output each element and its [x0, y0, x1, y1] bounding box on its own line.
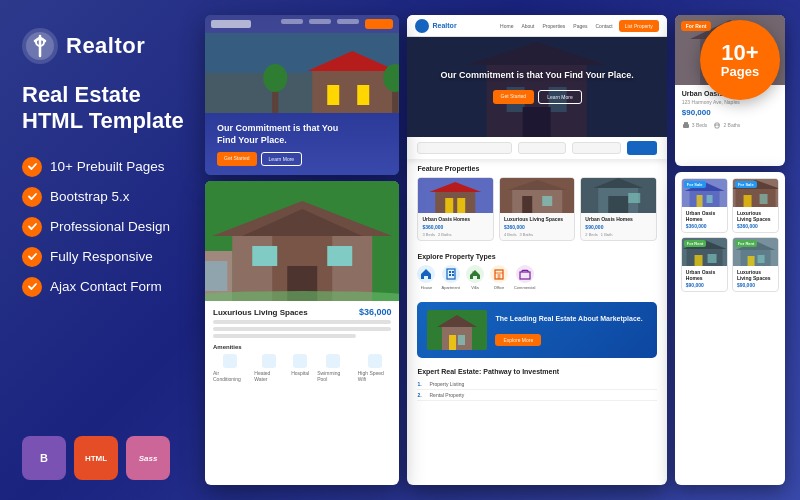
- mm-nav-home[interactable]: Home: [500, 23, 513, 29]
- tech-badges: B HTML Sass: [22, 426, 190, 480]
- pcl-amenity-wifi-icon: [368, 354, 382, 368]
- pcl-amenities: Air Conditioning Heated Water Hospital S…: [213, 354, 391, 382]
- mg-item-2-body: Luxurious Living Spaces $360,000: [733, 207, 778, 232]
- svg-rect-74: [686, 247, 722, 266]
- mg-item-3: For Rent Urban Oasis Homes $90,000: [681, 237, 728, 292]
- svg-rect-67: [696, 195, 702, 207]
- mm-card-3-body: Urban Oasis Homes $90,000 2 Beds 1 Bath: [581, 213, 655, 240]
- property-card-large: Luxurious Living Spaces $36,000 Amenitie…: [205, 181, 399, 485]
- ts-hero: Our Commitment is that You Find Your Pla…: [205, 113, 399, 175]
- feature-bootstrap: Bootstrap 5.x: [22, 187, 190, 207]
- ts-hero-primary-btn: Get Started: [217, 152, 257, 166]
- mm-card-2-title: Luxurious Living Spaces: [504, 216, 570, 222]
- ts-nav-btn: [365, 19, 393, 29]
- mm-card-1-beds: 3 Beds: [422, 232, 434, 237]
- mm-type-apartment-icon: [442, 265, 460, 283]
- mm-nav-contact[interactable]: Contact: [595, 23, 612, 29]
- mm-card-3-price: $90,000: [585, 224, 651, 230]
- svg-rect-71: [743, 195, 751, 207]
- pcl-amenities-label: Amenities: [213, 344, 391, 350]
- svg-rect-39: [609, 196, 629, 213]
- ts-nav-link: [281, 19, 303, 24]
- mg-item-1-badge: For Sale: [684, 181, 706, 188]
- svg-rect-36: [542, 196, 552, 206]
- svg-rect-54: [458, 335, 465, 345]
- mg-item-2-title: Luxurious Living Spaces: [737, 210, 774, 222]
- mm-property-types: Explore Property Types House Apartment: [407, 247, 666, 296]
- ts-nav-link-2: [309, 19, 331, 24]
- pcl-amenity-estate-label: Heated Water: [254, 370, 283, 382]
- mm-card-3-title: Urban Oasis Homes: [585, 216, 651, 222]
- mg-item-4-img: For Rent: [733, 238, 778, 266]
- mm-hero-primary-btn[interactable]: Get Started: [493, 90, 535, 104]
- mg-item-4-body: Luxurious Living Spaces $90,000: [733, 266, 778, 291]
- ts-hero-secondary-btn: Learn More: [261, 152, 303, 166]
- mm-card-1-body: Urban Oasis Homes $360,000 3 Beds 2 Bath…: [418, 213, 492, 240]
- svg-point-10: [263, 64, 287, 92]
- ts-nav-links: [281, 19, 393, 29]
- badge-bootstrap: B: [22, 436, 66, 480]
- mm-cta-btn[interactable]: Explore More: [495, 334, 541, 346]
- mm-cta-text: The Leading Real Estate About Marketplac…: [495, 314, 646, 345]
- svg-rect-8: [357, 85, 369, 105]
- mm-type-office-label: Office: [494, 285, 504, 290]
- mg-item-2-badge: For Sale: [735, 181, 757, 188]
- svg-rect-42: [449, 271, 451, 273]
- svg-rect-40: [629, 193, 641, 203]
- ts-hero-btns: Get Started Learn More: [217, 152, 387, 166]
- mg-item-3-price: $90,000: [686, 282, 723, 288]
- pcl-amenity-wifi: High Speed Wifi: [358, 354, 392, 382]
- mm-search-field-2: [518, 142, 566, 154]
- svg-rect-6: [312, 68, 392, 113]
- mm-type-office-icon: [490, 265, 508, 283]
- mg-item-3-img: For Rent: [682, 238, 727, 266]
- mg-item-4-title: Luxurious Living Spaces: [737, 269, 774, 281]
- mm-logo-icon: [415, 19, 429, 33]
- mm-invest-title: Expert Real Estate: Pathway to Investmen…: [417, 368, 656, 375]
- mm-type-office: Office: [490, 265, 508, 290]
- mm-nav-about[interactable]: About: [521, 23, 534, 29]
- mm-invest-item-1: 1. Property Listing: [417, 379, 656, 390]
- pcl-amenity-estate-icon: [262, 354, 276, 368]
- svg-point-22: [205, 291, 399, 301]
- mm-search: [407, 137, 666, 159]
- mm-nav-pages[interactable]: Pages: [573, 23, 587, 29]
- svg-rect-46: [472, 271, 474, 274]
- feature-ajax-form: Ajax Contact Form: [22, 277, 190, 297]
- mm-hero-title: Our Commitment is that You Find Your Pla…: [440, 70, 633, 82]
- svg-rect-17: [252, 246, 277, 266]
- mm-search-field-3: [572, 142, 620, 154]
- mm-nav-cta[interactable]: List Property: [619, 20, 659, 32]
- mg-item-4: For Rent Luxurious Living Spaces $90,000: [732, 237, 779, 292]
- check-icon-responsive: [22, 247, 42, 267]
- mm-invest-section: Expert Real Estate: Pathway to Investmen…: [407, 364, 666, 405]
- mm-card-1-title: Urban Oasis Homes: [422, 216, 488, 222]
- pcl-amenity-pool: Swimming Pool: [317, 354, 349, 382]
- mm-hero: Our Commitment is that You Find Your Pla…: [407, 37, 666, 137]
- mm-nav-properties[interactable]: Properties: [543, 23, 566, 29]
- pcl-amenity-ac-label: Air Conditioning: [213, 370, 246, 382]
- mm-card-2-baths: 3 Baths: [519, 232, 533, 237]
- feature-fully-responsive: Fully Responsive: [22, 247, 190, 267]
- mg-item-1-price: $360,000: [686, 223, 723, 229]
- mm-type-apartment-label: Apartment: [441, 285, 459, 290]
- pcl-amenity-hospital-icon: [293, 354, 307, 368]
- svg-rect-50: [520, 272, 530, 279]
- mm-nav-logo: Realtor: [415, 19, 456, 33]
- mm-search-field-1: [417, 142, 512, 154]
- svg-rect-7: [327, 85, 339, 105]
- svg-rect-35: [522, 196, 532, 213]
- mm-card-3-img: [581, 178, 655, 213]
- mm-search-btn[interactable]: [627, 141, 657, 155]
- mg-item-1-body: Urban Oasis Homes $360,000: [682, 207, 727, 232]
- svg-rect-30: [436, 190, 476, 213]
- mm-card-2-meta: 4 Beds 3 Baths: [504, 232, 570, 237]
- mobile-meta-beds: 3 Beds: [682, 121, 708, 129]
- mm-type-house: House: [417, 265, 435, 290]
- mm-hero-secondary-btn[interactable]: Learn More: [538, 90, 582, 104]
- mm-hero-content: Our Commitment is that You Find Your Pla…: [407, 37, 666, 137]
- mm-feature-properties-title: Feature Properties: [417, 165, 656, 172]
- mm-invest-label-1: Property Listing: [429, 381, 464, 387]
- desktop-mockup: Our Commitment is that You Find Your Pla…: [205, 15, 399, 485]
- mg-item-3-badge: For Rent: [684, 240, 706, 247]
